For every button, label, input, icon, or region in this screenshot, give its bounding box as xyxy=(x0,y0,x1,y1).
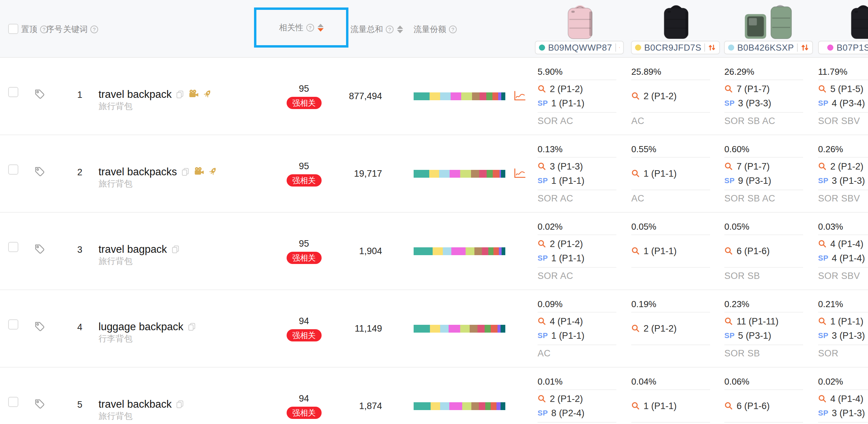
sort-carets[interactable] xyxy=(397,25,403,33)
traffic-share-bar[interactable] xyxy=(414,247,505,255)
organic-rank-value: 1 (P1-1) xyxy=(830,316,864,327)
traffic-bar-segment xyxy=(430,325,440,333)
tag-icon[interactable] xyxy=(33,243,46,255)
magnifier-icon xyxy=(538,85,546,93)
sponsored-rank-line: SP 3 (P1-3) xyxy=(818,174,868,188)
sort-updown-icon[interactable] xyxy=(801,43,809,52)
traffic-bar-segment xyxy=(462,402,471,410)
asin-metrics-cell: 26.29% 7 (P1-7) SP 3 (P3-3) SOR SB AC xyxy=(724,67,803,128)
tag-icon[interactable] xyxy=(33,88,46,101)
row-checkbox[interactable] xyxy=(8,319,18,330)
traffic-share-bar[interactable] xyxy=(414,402,505,410)
product-image[interactable] xyxy=(659,2,693,40)
help-icon[interactable]: ? xyxy=(386,25,394,33)
traffic-share-bar[interactable] xyxy=(414,325,505,333)
keyword-translation: 旅行背包 xyxy=(98,101,132,112)
traffic-share-bar[interactable] xyxy=(414,92,505,100)
asin-metrics-cell: 5.90% 2 (P1-2) SP 1 (P1-1) SOR AC xyxy=(538,67,616,128)
asin-color-dot xyxy=(539,45,545,51)
asin-pill[interactable]: B0CR9JFD7S xyxy=(631,41,720,54)
copy-icon[interactable] xyxy=(171,245,180,254)
sort-updown-icon[interactable] xyxy=(619,43,620,52)
sort-asc-icon[interactable] xyxy=(397,25,403,29)
copy-icon[interactable] xyxy=(187,322,196,331)
sort-desc-icon[interactable] xyxy=(397,30,403,33)
tag-icon[interactable] xyxy=(33,166,46,178)
column-header-relevance: 相关性 ? xyxy=(254,7,348,48)
sponsored-rank-value: 3 (P1-3) xyxy=(832,331,865,341)
rocket-icon xyxy=(208,166,218,177)
trend-chart-icon[interactable] xyxy=(513,90,526,103)
help-icon[interactable]: ? xyxy=(449,25,457,33)
asin-text: B09MQWWP87 xyxy=(548,42,612,53)
sponsored-rank-value: 1 (P1-1) xyxy=(551,253,584,264)
traffic-bar-segment xyxy=(501,402,505,410)
organic-rank-line: 1 (P1-1) xyxy=(631,167,710,180)
magnifier-icon xyxy=(724,85,733,93)
organic-rank-line: 2 (P1-2) xyxy=(818,160,868,173)
organic-rank-value: 6 (P1-6) xyxy=(737,246,770,257)
organic-rank-line: 5 (P1-5) xyxy=(818,82,868,96)
product-image[interactable] xyxy=(744,2,794,40)
column-header-traffic-share: 流量份额 ? xyxy=(414,21,457,37)
tag-icon[interactable] xyxy=(33,321,46,333)
traffic-total: 19,717 xyxy=(316,169,382,179)
row-checkbox[interactable] xyxy=(8,242,18,252)
asin-metrics-cell: 0.55% 1 (P1-1) SP AC xyxy=(631,144,710,205)
copy-icon[interactable] xyxy=(176,400,184,409)
sponsored-rank-value: 1 (P1-1) xyxy=(551,176,584,186)
magnifier-icon xyxy=(538,317,546,326)
pill-divider xyxy=(797,43,798,52)
asin-metrics-cell: 0.21% 1 (P1-1) SP 3 (P1-3) SOR xyxy=(818,299,868,360)
traffic-share-value: 0.02% xyxy=(818,376,868,389)
traffic-share-value: 26.29% xyxy=(724,67,803,80)
magnifier-icon xyxy=(631,92,640,101)
select-all-checkbox[interactable] xyxy=(8,24,18,34)
product-column: B0B426KSXP xyxy=(724,0,814,58)
product-image[interactable] xyxy=(846,2,868,40)
organic-rank-value: 2 (P1-2) xyxy=(644,91,677,102)
traffic-share-value: 0.06% xyxy=(724,376,803,389)
tag-icon[interactable] xyxy=(33,398,46,410)
help-icon[interactable]: ? xyxy=(306,24,314,32)
magnifier-icon xyxy=(818,240,827,248)
traffic-total: 11,149 xyxy=(316,323,382,334)
sort-updown-icon[interactable] xyxy=(708,43,716,52)
traffic-bar-segment xyxy=(488,247,493,255)
asin-pill[interactable]: B0B426KSXP xyxy=(724,41,813,54)
seq-label: 序号 xyxy=(46,24,62,35)
organic-rank-value: 4 (P1-4) xyxy=(550,316,583,327)
copy-icon[interactable] xyxy=(176,90,184,99)
sort-carets[interactable] xyxy=(318,24,324,32)
asin-pill[interactable]: B07P1SFH xyxy=(818,41,868,54)
sort-desc-icon[interactable] xyxy=(318,28,324,32)
row-checkbox[interactable] xyxy=(8,87,18,97)
traffic-share-value: 0.05% xyxy=(631,222,710,234)
organic-rank-line: 3 (P1-3) xyxy=(538,160,616,173)
traffic-bar-segment xyxy=(487,170,493,178)
copy-icon[interactable] xyxy=(181,167,190,176)
keyword-text: travel bagpack xyxy=(98,243,167,255)
trend-chart-icon[interactable] xyxy=(513,168,526,180)
asin-pill[interactable]: B09MQWWP87 xyxy=(535,41,624,54)
traffic-bar-segment xyxy=(414,402,431,410)
sponsored-rank-line: SP 3 (P3-3) xyxy=(724,96,803,110)
sp-label: SP xyxy=(724,99,735,108)
traffic-bar-segment xyxy=(430,92,440,100)
traffic-share-bar[interactable] xyxy=(414,170,505,178)
help-icon[interactable]: ? xyxy=(90,25,98,33)
organic-rank-value: 3 (P1-3) xyxy=(550,161,583,172)
sort-asc-icon[interactable] xyxy=(318,24,324,27)
product-image[interactable] xyxy=(563,2,597,40)
asin-metrics-cell: 0.05% 6 (P1-6) SP SOR SB xyxy=(724,222,803,283)
placement-tags xyxy=(538,423,616,424)
traffic-share-value: 0.03% xyxy=(818,222,868,234)
traffic-bar-segment xyxy=(482,247,489,255)
placement-tags: SOR SB AC xyxy=(724,190,803,205)
row-checkbox[interactable] xyxy=(8,164,18,175)
sp-label: SP xyxy=(818,409,828,418)
placement-tags: SOR SBV xyxy=(818,113,868,128)
organic-rank-value: 7 (P1-7) xyxy=(737,84,770,94)
sponsored-rank-line: SP 1 (P1-1) xyxy=(538,251,616,265)
row-checkbox[interactable] xyxy=(8,397,18,407)
